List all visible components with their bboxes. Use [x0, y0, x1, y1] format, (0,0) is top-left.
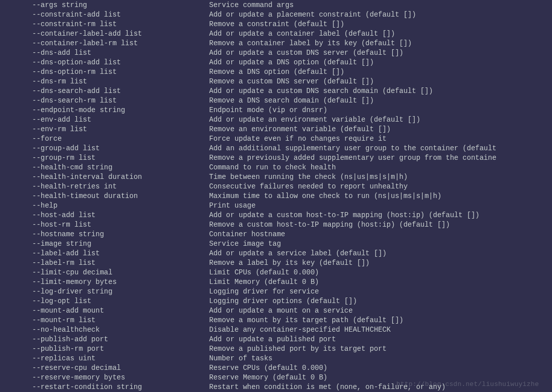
option-description: Add or update a DNS option (default []) [209, 58, 552, 67]
option-line: --mount-rm listRemove a mount by its tar… [0, 316, 552, 325]
option-description: Force update even if no changes require … [209, 134, 552, 144]
option-line: --health-retries intConsecutive failures… [0, 182, 552, 191]
option-description: Remove a DNS search domain (default []) [209, 96, 552, 106]
option-line: --dns-option-rm listRemove a DNS option … [0, 67, 552, 77]
option-flag: --dns-add list [0, 48, 209, 58]
option-line: --label-rm listRemove a label by its key… [0, 258, 552, 268]
option-line: --container-label-add listAdd or update … [0, 29, 552, 39]
watermark-text: http://blog.csdn.net/liushuiwuyizhe [396, 379, 539, 389]
option-flag: --restart-condition string [0, 382, 209, 392]
option-description: Remove a DNS option (default []) [209, 67, 552, 77]
option-line: --group-add listAdd an additional supple… [0, 144, 552, 153]
option-line: --container-label-rm listRemove a contai… [0, 39, 552, 48]
option-flag: --group-rm list [0, 153, 209, 163]
option-description: Disable any container-specified HEALTHCH… [209, 325, 552, 335]
option-flag: --log-opt list [0, 297, 209, 306]
option-flag: --container-label-rm list [0, 39, 209, 48]
option-flag: --dns-search-add list [0, 86, 209, 96]
option-line: --env-rm listRemove an environment varia… [0, 125, 552, 134]
option-description: Remove a mount by its target path (defau… [209, 316, 552, 325]
option-description: Add or update an environment variable (d… [209, 115, 552, 125]
option-description: Remove a label by its key (default []) [209, 258, 552, 268]
option-line: --log-opt listLogging driver options (de… [0, 297, 552, 306]
option-line: --mount-add mountAdd or update a mount o… [0, 306, 552, 316]
option-flag: --env-rm list [0, 125, 209, 134]
option-line: --no-healthcheckDisable any container-sp… [0, 325, 552, 335]
option-flag: --hostname string [0, 230, 209, 239]
option-description: Add or update a custom host-to-IP mappin… [209, 211, 552, 220]
option-description: Remove a constraint (default []) [209, 20, 552, 29]
option-description: Logging driver for service [209, 287, 552, 297]
option-line: --label-add listAdd or update a service … [0, 249, 552, 258]
option-flag: --constraint-add list [0, 10, 209, 20]
option-flag: --image string [0, 239, 209, 249]
option-description: Service image tag [209, 239, 552, 249]
option-description: Add or update a custom DNS search domain… [209, 86, 552, 96]
option-flag: --dns-option-add list [0, 58, 209, 67]
option-flag: --label-rm list [0, 258, 209, 268]
option-line: --limit-memory bytesLimit Memory (defaul… [0, 277, 552, 287]
option-line: --group-rm listRemove a previously added… [0, 153, 552, 163]
option-flag: --env-add list [0, 115, 209, 125]
option-description: Add or update a placement constraint (de… [209, 10, 552, 20]
option-line: --hostname stringContainer hostname [0, 230, 552, 239]
option-flag: --log-driver string [0, 287, 209, 297]
option-line: --image stringService image tag [0, 239, 552, 249]
option-description: Add or update a published port [209, 335, 552, 344]
option-flag: --container-label-add list [0, 29, 209, 39]
option-description: Add or update a container label (default… [209, 29, 552, 39]
option-line: --constraint-rm listRemove a constraint … [0, 20, 552, 29]
option-flag: --replicas uint [0, 354, 209, 363]
option-line: --endpoint-mode stringEndpoint mode (vip… [0, 106, 552, 115]
option-flag: --endpoint-mode string [0, 106, 209, 115]
option-description: Maximum time to allow one check to run (… [209, 191, 552, 201]
option-line: --publish-rm portRemove a published port… [0, 344, 552, 354]
option-flag: --limit-memory bytes [0, 277, 209, 287]
option-line: --args stringService command args [0, 1, 552, 10]
option-description: Remove an environment variable (default … [209, 125, 552, 134]
option-flag: --label-add list [0, 249, 209, 258]
option-flag: --dns-option-rm list [0, 67, 209, 77]
option-line: --reserve-cpu decimalReserve CPUs (defau… [0, 363, 552, 373]
option-description: Limit Memory (default 0 B) [209, 277, 552, 287]
option-line: --forceForce update even if no changes r… [0, 134, 552, 144]
option-line: --host-rm listRemove a custom host-to-IP… [0, 220, 552, 230]
option-description: Add or update a service label (default [… [209, 249, 552, 258]
option-flag: --dns-search-rm list [0, 96, 209, 106]
option-line: --limit-cpu decimalLimit CPUs (default 0… [0, 268, 552, 277]
option-description: Add an additional supplementary user gro… [209, 144, 552, 153]
option-description: Limit CPUs (default 0.000) [209, 268, 552, 277]
option-flag: --publish-add port [0, 335, 209, 344]
option-line: --host-add listAdd or update a custom ho… [0, 211, 552, 220]
option-line: --publish-add portAdd or update a publis… [0, 335, 552, 344]
option-flag: --health-retries int [0, 182, 209, 191]
option-description: Remove a published port by its target po… [209, 344, 552, 354]
option-flag: --publish-rm port [0, 344, 209, 354]
option-description: Remove a custom host-to-IP mapping (host… [209, 220, 552, 230]
option-line: --health-cmd stringCommand to run to che… [0, 163, 552, 172]
option-flag: --force [0, 134, 209, 144]
option-flag: --reserve-cpu decimal [0, 363, 209, 373]
option-flag: --constraint-rm list [0, 20, 209, 29]
option-line: --dns-rm listRemove a custom DNS server … [0, 77, 552, 86]
option-flag: --dns-rm list [0, 77, 209, 86]
option-description: Consecutive failures needed to report un… [209, 182, 552, 191]
option-flag: --mount-rm list [0, 316, 209, 325]
option-description: Endpoint mode (vip or dnsrr) [209, 106, 552, 115]
option-description: Time between running the check (ns|us|ms… [209, 172, 552, 182]
option-flag: --host-rm list [0, 220, 209, 230]
option-flag: --health-timeout duration [0, 191, 209, 201]
option-description: Container hostname [209, 230, 552, 239]
option-description: Remove a custom DNS server (default []) [209, 77, 552, 86]
option-flag: --limit-cpu decimal [0, 268, 209, 277]
option-line: --dns-add listAdd or update a custom DNS… [0, 48, 552, 58]
option-flag: --no-healthcheck [0, 325, 209, 335]
option-description: Logging driver options (default []) [209, 297, 552, 306]
option-line: --replicas uintNumber of tasks [0, 354, 552, 363]
option-description: Service command args [209, 1, 552, 10]
option-flag: --group-add list [0, 144, 209, 153]
option-description: Print usage [209, 201, 552, 211]
option-description: Add or update a mount on a service [209, 306, 552, 316]
option-line: --env-add listAdd or update an environme… [0, 115, 552, 125]
option-description: Command to run to check health [209, 163, 552, 172]
